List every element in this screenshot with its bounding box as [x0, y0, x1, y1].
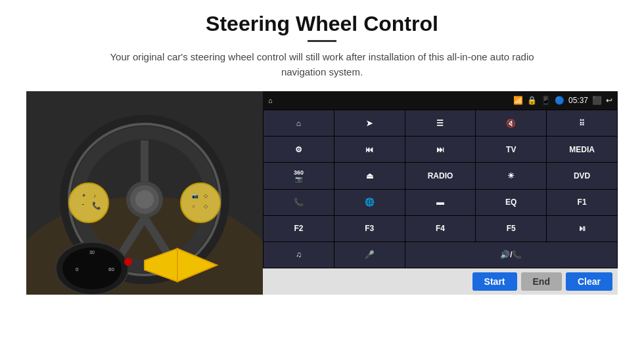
title-divider	[308, 40, 336, 42]
mute-icon: 🔇	[506, 119, 516, 128]
btn-prev[interactable]: ⏮	[334, 136, 405, 162]
settings-icon: ⚙	[295, 145, 302, 154]
btn-mic[interactable]: 🎤	[334, 242, 405, 268]
btn-vol-call[interactable]: 🔊/📞	[405, 242, 617, 268]
play-pause-icon: ⏯	[578, 224, 586, 233]
btn-f3[interactable]: F3	[334, 216, 405, 242]
lock-icon: 🔒	[527, 96, 537, 105]
time-display: 05:37	[568, 96, 588, 105]
sim-icon: 📱	[541, 96, 551, 105]
btn-apps[interactable]: ⠿	[547, 110, 617, 136]
action-bar: Start End Clear	[263, 268, 618, 295]
svg-text:📞: 📞	[92, 201, 101, 210]
music-icon: ♫	[296, 250, 302, 259]
btn-phone[interactable]: 📞	[264, 190, 334, 215]
mic-icon: 🎤	[365, 250, 375, 259]
f4-label: F4	[436, 224, 445, 233]
btn-radio[interactable]: RADIO	[405, 163, 476, 188]
radio-label: RADIO	[428, 171, 453, 180]
btn-media[interactable]: MEDIA	[547, 136, 617, 162]
svg-text:60: 60	[108, 266, 114, 272]
btn-home[interactable]: ⌂	[264, 110, 334, 136]
content-row: + ♪ - 📞 📷 ◇ ○ ◇ 0 60 30	[26, 91, 618, 295]
btn-mute[interactable]: 🔇	[476, 110, 546, 136]
next-icon: ⏭	[436, 145, 444, 154]
svg-text:📷: 📷	[192, 192, 198, 199]
svg-point-11	[69, 183, 108, 222]
f5-label: F5	[507, 224, 516, 233]
end-button[interactable]: End	[521, 272, 562, 291]
media-label: MEDIA	[569, 145, 595, 154]
home-icon: ⌂	[268, 96, 273, 104]
brightness-icon: ☀	[507, 171, 515, 180]
back-icon: ↩	[606, 96, 612, 105]
svg-text:0: 0	[76, 266, 79, 272]
page-subtitle: Your original car's steering wheel contr…	[92, 50, 552, 79]
bluetooth-icon: 🔵	[555, 96, 564, 105]
svg-text:♪: ♪	[93, 193, 96, 199]
page-title: Steering Wheel Control	[206, 12, 438, 36]
page: Steering Wheel Control Your original car…	[0, 0, 644, 357]
f3-label: F3	[365, 224, 374, 233]
status-bar-right: 📶 🔒 📱 🔵 05:37 ⬛ ↩	[513, 96, 612, 105]
btn-eq[interactable]: EQ	[476, 190, 546, 215]
f1-label: F1	[578, 198, 587, 207]
svg-point-26	[124, 258, 132, 266]
svg-text:◇: ◇	[204, 193, 208, 199]
btn-settings[interactable]: ⚙	[264, 136, 334, 162]
vol-call-icon: 🔊/📞	[500, 250, 522, 259]
btn-menu[interactable]: ☰	[405, 110, 476, 136]
screen-icon: ▬	[436, 198, 444, 207]
tv-label: TV	[506, 145, 516, 154]
button-grid: ⌂ ➤ ☰ 🔇 ⠿ ⚙ ⏮ ⏭ TV MEDIA 360📷 ⏏ RADIO ☀ …	[263, 110, 618, 268]
home-btn-icon: ⌂	[296, 119, 301, 128]
btn-music[interactable]: ♫	[264, 242, 334, 268]
btn-eject[interactable]: ⏏	[334, 163, 405, 188]
eq-label: EQ	[505, 198, 517, 207]
dvd-label: DVD	[574, 171, 590, 180]
phone-icon: 📞	[294, 198, 304, 207]
btn-navigate[interactable]: ➤	[334, 110, 405, 136]
ui-panel: ⌂ 📶 🔒 📱 🔵 05:37 ⬛ ↩ ⌂ ➤ ☰ 🔇	[263, 91, 618, 295]
status-bar-left: ⌂	[268, 96, 273, 104]
btn-tv[interactable]: TV	[476, 136, 546, 162]
btn-f1[interactable]: F1	[547, 190, 617, 215]
navigate-icon: ➤	[366, 119, 373, 128]
status-bar: ⌂ 📶 🔒 📱 🔵 05:37 ⬛ ↩	[263, 91, 618, 110]
menu-icon: ☰	[436, 119, 444, 128]
btn-cam360[interactable]: 360📷	[264, 163, 334, 188]
btn-dvd[interactable]: DVD	[547, 163, 617, 188]
svg-text:30: 30	[89, 250, 95, 255]
btn-f2[interactable]: F2	[264, 216, 334, 242]
apps-icon: ⠿	[579, 119, 585, 128]
svg-point-16	[181, 183, 220, 222]
clear-button[interactable]: Clear	[566, 272, 612, 291]
btn-next[interactable]: ⏭	[405, 136, 476, 162]
f2-label: F2	[294, 224, 303, 233]
btn-f4[interactable]: F4	[405, 216, 476, 242]
btn-f5[interactable]: F5	[476, 216, 546, 242]
svg-text:-: -	[82, 201, 84, 207]
cast-icon: ⬛	[592, 96, 602, 105]
svg-text:+: +	[82, 192, 85, 199]
cam360-label: 360📷	[294, 169, 304, 182]
start-button[interactable]: Start	[472, 272, 517, 291]
steering-wheel-image: + ♪ - 📞 📷 ◇ ○ ◇ 0 60 30	[26, 91, 263, 295]
btn-play-pause[interactable]: ⏯	[547, 216, 617, 242]
svg-point-7	[135, 190, 154, 209]
wifi-icon: 📶	[513, 96, 523, 105]
prev-icon: ⏮	[365, 145, 373, 154]
btn-screen[interactable]: ▬	[405, 190, 476, 215]
browser-icon: 🌐	[365, 198, 375, 207]
eject-icon: ⏏	[366, 171, 373, 180]
btn-brightness[interactable]: ☀	[476, 163, 546, 188]
btn-browser[interactable]: 🌐	[334, 190, 405, 215]
svg-text:○: ○	[192, 203, 195, 209]
svg-text:◇: ◇	[204, 203, 208, 209]
